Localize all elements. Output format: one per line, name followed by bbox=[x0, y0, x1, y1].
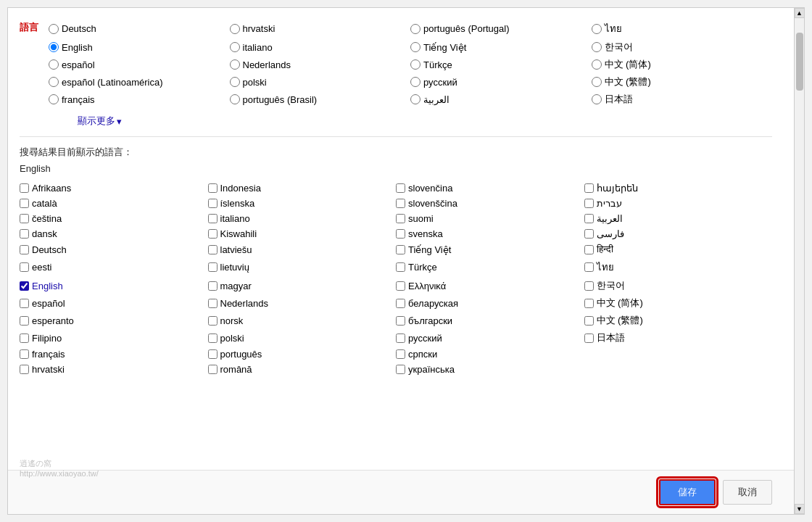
checkbox-input[interactable] bbox=[396, 245, 405, 254]
checkbox-label[interactable]: dansk bbox=[32, 228, 57, 239]
checkbox-input[interactable] bbox=[584, 281, 594, 291]
checkbox-label[interactable]: español bbox=[32, 298, 65, 309]
checkbox-input[interactable] bbox=[584, 316, 594, 326]
checkbox-label[interactable]: українська bbox=[408, 364, 455, 375]
scroll-down-arrow[interactable]: ▼ bbox=[795, 504, 805, 514]
checkbox-label[interactable]: русский bbox=[408, 333, 442, 344]
radio-label[interactable]: Türkçe bbox=[423, 59, 452, 70]
checkbox-label[interactable]: Afrikaans bbox=[32, 183, 71, 194]
checkbox-input[interactable] bbox=[20, 214, 29, 223]
radio-input[interactable] bbox=[410, 24, 420, 34]
checkbox-label[interactable]: հայերեն bbox=[597, 183, 638, 194]
checkbox-label[interactable]: norsk bbox=[220, 315, 244, 326]
checkbox-label[interactable]: עברית bbox=[597, 198, 622, 209]
checkbox-input[interactable] bbox=[396, 316, 405, 326]
checkbox-input[interactable] bbox=[584, 299, 594, 308]
checkbox-label[interactable]: magyar bbox=[220, 281, 252, 291]
checkbox-label[interactable]: हिन्दी bbox=[597, 244, 613, 255]
checkbox-label[interactable]: suomi bbox=[408, 213, 434, 224]
checkbox-label[interactable]: lietuvių bbox=[220, 262, 249, 273]
checkbox-input[interactable] bbox=[20, 245, 29, 254]
radio-input[interactable] bbox=[49, 42, 59, 52]
radio-label[interactable]: italiano bbox=[243, 42, 273, 53]
checkbox-label[interactable]: eesti bbox=[32, 262, 51, 273]
radio-label[interactable]: العربية bbox=[423, 94, 450, 105]
radio-input[interactable] bbox=[592, 77, 602, 87]
checkbox-input[interactable] bbox=[20, 299, 29, 308]
checkbox-input[interactable] bbox=[584, 262, 594, 272]
radio-input[interactable] bbox=[230, 59, 240, 70]
checkbox-label[interactable]: Tiếng Việt bbox=[408, 244, 451, 255]
checkbox-input[interactable] bbox=[20, 229, 29, 239]
checkbox-label[interactable]: esperanto bbox=[32, 315, 74, 326]
checkbox-input[interactable] bbox=[208, 199, 218, 208]
radio-label[interactable]: 日本語 bbox=[605, 93, 633, 106]
radio-label[interactable]: español bbox=[62, 59, 95, 70]
checkbox-label[interactable]: polski bbox=[220, 333, 244, 344]
radio-input[interactable] bbox=[592, 94, 602, 104]
checkbox-label[interactable]: ไทย bbox=[597, 260, 614, 275]
checkbox-label[interactable]: slovenščina bbox=[408, 198, 457, 209]
radio-label[interactable]: 中文 (繁體) bbox=[605, 75, 651, 88]
checkbox-label[interactable]: беларуская bbox=[408, 298, 458, 309]
checkbox-input[interactable] bbox=[20, 199, 29, 208]
radio-input[interactable] bbox=[592, 59, 602, 70]
checkbox-input[interactable] bbox=[208, 262, 218, 272]
checkbox-input[interactable] bbox=[208, 349, 218, 359]
checkbox-input[interactable] bbox=[584, 229, 594, 239]
checkbox-input[interactable] bbox=[396, 229, 405, 239]
checkbox-label[interactable]: Nederlands bbox=[220, 298, 269, 309]
cancel-button[interactable]: 取消 bbox=[723, 480, 772, 505]
checkbox-label[interactable]: Türkçe bbox=[408, 262, 437, 273]
checkbox-label[interactable]: العربية bbox=[597, 213, 623, 224]
show-more-link[interactable]: 顯示更多 ▾ bbox=[78, 115, 122, 128]
radio-input[interactable] bbox=[230, 42, 240, 52]
checkbox-input[interactable] bbox=[208, 245, 218, 254]
radio-label[interactable]: português (Portugal) bbox=[423, 23, 510, 34]
radio-input[interactable] bbox=[410, 94, 420, 104]
checkbox-input[interactable] bbox=[584, 245, 594, 254]
checkbox-label[interactable]: català bbox=[32, 198, 57, 209]
radio-label[interactable]: español (Latinoamérica) bbox=[62, 77, 162, 88]
checkbox-input[interactable] bbox=[208, 281, 218, 291]
checkbox-input[interactable] bbox=[396, 199, 405, 208]
radio-label[interactable]: русский bbox=[423, 77, 457, 88]
radio-label[interactable]: 中文 (简体) bbox=[605, 58, 651, 71]
checkbox-label[interactable]: български bbox=[408, 315, 452, 326]
checkbox-input[interactable] bbox=[396, 214, 405, 223]
checkbox-label[interactable]: Kiswahili bbox=[220, 228, 257, 239]
checkbox-label[interactable]: hrvatski bbox=[32, 364, 65, 375]
checkbox-input[interactable] bbox=[208, 229, 218, 239]
scrollbar-thumb[interactable] bbox=[796, 33, 803, 91]
checkbox-input[interactable] bbox=[584, 334, 594, 343]
checkbox-input[interactable] bbox=[208, 365, 218, 374]
radio-input[interactable] bbox=[49, 77, 59, 87]
radio-label[interactable]: polski bbox=[243, 77, 267, 88]
checkbox-input[interactable] bbox=[396, 183, 405, 193]
checkbox-label[interactable]: Deutsch bbox=[32, 244, 67, 255]
checkbox-input[interactable] bbox=[208, 214, 218, 223]
checkbox-input[interactable] bbox=[396, 365, 405, 374]
scrollbar[interactable]: ▲ ▼ bbox=[794, 8, 804, 514]
radio-input[interactable] bbox=[410, 42, 420, 52]
radio-input[interactable] bbox=[410, 77, 420, 87]
checkbox-label[interactable]: српски bbox=[408, 349, 437, 360]
checkbox-input[interactable] bbox=[208, 316, 218, 326]
scroll-up-arrow[interactable]: ▲ bbox=[795, 8, 805, 18]
checkbox-input[interactable] bbox=[20, 262, 29, 272]
radio-input[interactable] bbox=[230, 77, 240, 87]
checkbox-label[interactable]: 中文 (简体) bbox=[597, 297, 643, 310]
checkbox-input[interactable] bbox=[584, 183, 594, 193]
radio-label[interactable]: 한국어 bbox=[605, 41, 633, 54]
radio-input[interactable] bbox=[592, 42, 602, 52]
checkbox-label[interactable]: فارسی bbox=[597, 228, 624, 239]
checkbox-label[interactable]: latviešu bbox=[220, 244, 252, 255]
checkbox-input[interactable] bbox=[208, 334, 218, 343]
checkbox-label[interactable]: Indonesia bbox=[220, 183, 261, 194]
checkbox-label[interactable]: română bbox=[220, 364, 252, 375]
checkbox-label[interactable]: Ελληνικά bbox=[408, 281, 446, 291]
checkbox-input[interactable] bbox=[396, 299, 405, 308]
checkbox-label[interactable]: 日本語 bbox=[597, 331, 625, 344]
radio-input[interactable] bbox=[49, 94, 59, 104]
checkbox-label[interactable]: 한국어 bbox=[597, 279, 625, 292]
